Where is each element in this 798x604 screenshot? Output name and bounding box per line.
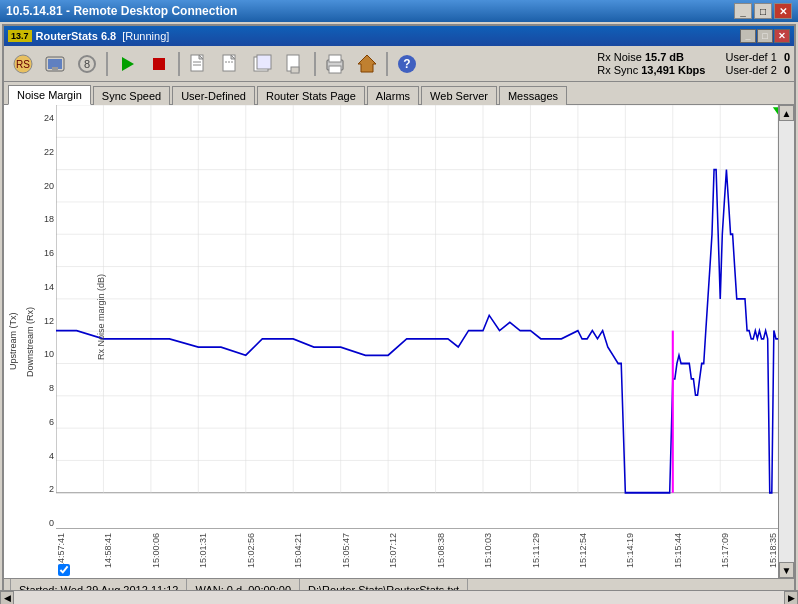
toolbar-print[interactable] xyxy=(320,50,350,78)
chart-scrollbar[interactable]: ▲ ▼ xyxy=(778,105,794,578)
y-axis-labels: Upstream (Tx) Downstream (Rx) 24 22 20 1… xyxy=(4,105,56,578)
inner-minimize-button[interactable]: _ xyxy=(740,29,756,43)
y-tick-22: 22 xyxy=(44,147,54,157)
y-tick-18: 18 xyxy=(44,214,54,224)
rx-noise-stat: Rx Noise 15.7 dB xyxy=(597,51,705,63)
toolbar-separator-1 xyxy=(106,52,108,76)
y-axis-main-label: Rx Noise margin (dB) xyxy=(96,273,106,359)
inner-title-status: [Running] xyxy=(122,30,169,42)
checkbox-area xyxy=(58,564,70,576)
y-tick-16: 16 xyxy=(44,248,54,258)
title-bar-buttons: _ □ ✕ xyxy=(734,3,792,19)
chart-svg xyxy=(56,105,778,528)
x-label-2: 15:00:06 xyxy=(151,533,161,568)
y-tick-8: 8 xyxy=(49,383,54,393)
x-axis: 14:57:41 14:58:41 15:00:06 15:01:31 15:0… xyxy=(56,528,778,578)
stop-button[interactable] xyxy=(144,50,174,78)
toolbar-file-4[interactable] xyxy=(280,50,310,78)
svg-rect-21 xyxy=(329,55,341,62)
inner-maximize-button[interactable]: □ xyxy=(757,29,773,43)
svg-rect-8 xyxy=(153,58,165,70)
toolbar-separator-2 xyxy=(178,52,180,76)
toolbar-icon-1[interactable]: RS xyxy=(8,50,38,78)
tab-bar: Noise Margin Sync Speed User-Defined Rou… xyxy=(4,82,794,105)
toolbar-separator-3 xyxy=(314,52,316,76)
tab-messages[interactable]: Messages xyxy=(499,86,567,105)
scroll-h-track xyxy=(14,591,784,605)
toolbar-help[interactable]: ? xyxy=(392,50,422,78)
x-label-14: 15:17:09 xyxy=(720,533,730,568)
x-label-8: 15:08:38 xyxy=(436,533,446,568)
y-tick-12: 12 xyxy=(44,316,54,326)
inner-title-buttons: _ □ ✕ xyxy=(740,29,790,43)
maximize-button[interactable]: □ xyxy=(754,3,772,19)
version-badge: 13.7 xyxy=(8,30,32,42)
stats-info: Rx Noise 15.7 dB Rx Sync 13,491 Kbps Use… xyxy=(597,51,790,76)
svg-rect-22 xyxy=(329,66,341,73)
tab-sync-speed[interactable]: Sync Speed xyxy=(93,86,170,105)
toolbar-home[interactable] xyxy=(352,50,382,78)
minimize-button[interactable]: _ xyxy=(734,3,752,19)
rx-sync-value: 13,491 Kbps xyxy=(641,64,705,76)
user-def-2-stat: User-def 2 0 xyxy=(725,64,790,76)
y-tick-14: 14 xyxy=(44,282,54,292)
x-label-10: 15:11:29 xyxy=(531,533,541,568)
user-def-1-stat: User-def 1 0 xyxy=(725,51,790,63)
chart-container: Upstream (Tx) Downstream (Rx) 24 22 20 1… xyxy=(4,105,794,578)
inner-title-app: RouterStats 6.8 xyxy=(36,30,117,42)
x-label-13: 15:15:44 xyxy=(673,533,683,568)
toolbar-file-2[interactable] xyxy=(216,50,246,78)
y-tick-6: 6 xyxy=(49,417,54,427)
play-button[interactable] xyxy=(112,50,142,78)
rx-noise-value: 15.7 dB xyxy=(645,51,684,63)
user-def-1-value: 0 xyxy=(784,51,790,63)
tab-noise-margin[interactable]: Noise Margin xyxy=(8,85,91,105)
tab-router-stats-page[interactable]: Router Stats Page xyxy=(257,86,365,105)
inner-title-bar: 13.7 RouterStats 6.8 [Running] _ □ ✕ xyxy=(4,26,794,46)
y-tick-0: 0 xyxy=(49,518,54,528)
scroll-up-button[interactable]: ▲ xyxy=(779,105,794,121)
tab-web-server[interactable]: Web Server xyxy=(421,86,497,105)
chart-inner: Rx Noise margin (dB) 14:57:41 14:58:41 1… xyxy=(56,105,778,578)
x-label-15: 15:18:35 xyxy=(768,533,778,568)
user-def-stats: User-def 1 0 User-def 2 0 xyxy=(725,51,790,76)
inner-close-button[interactable]: ✕ xyxy=(774,29,790,43)
toolbar-icon-2[interactable] xyxy=(40,50,70,78)
svg-text:RS: RS xyxy=(16,59,30,70)
svg-text:?: ? xyxy=(403,57,410,71)
x-label-9: 15:10:03 xyxy=(483,533,493,568)
chart-checkbox[interactable] xyxy=(58,564,70,576)
y-tick-2: 2 xyxy=(49,484,54,494)
scroll-track xyxy=(779,121,794,562)
main-window: 13.7 RouterStats 6.8 [Running] _ □ ✕ RS … xyxy=(2,24,796,602)
h-scrollbar[interactable]: ◀ ▶ xyxy=(0,590,798,604)
svg-rect-17 xyxy=(257,55,271,69)
scroll-left-button[interactable]: ◀ xyxy=(0,591,14,605)
chart-svg-area: Rx Noise margin (dB) xyxy=(56,105,778,528)
y-tick-20: 20 xyxy=(44,181,54,191)
x-labels: 14:57:41 14:58:41 15:00:06 15:01:31 15:0… xyxy=(56,533,778,568)
tab-alarms[interactable]: Alarms xyxy=(367,86,419,105)
title-bar-text: 10.5.14.81 - Remote Desktop Connection xyxy=(6,4,734,18)
toolbar-icon-3[interactable]: 8 xyxy=(72,50,102,78)
x-label-11: 15:12:54 xyxy=(578,533,588,568)
y-tick-4: 4 xyxy=(49,451,54,461)
scroll-right-button[interactable]: ▶ xyxy=(784,591,798,605)
rx-stats: Rx Noise 15.7 dB Rx Sync 13,491 Kbps xyxy=(597,51,705,76)
toolbar: RS 8 xyxy=(4,46,794,82)
svg-marker-7 xyxy=(122,57,134,71)
scroll-down-button[interactable]: ▼ xyxy=(779,562,794,578)
close-button[interactable]: ✕ xyxy=(774,3,792,19)
toolbar-file-3[interactable] xyxy=(248,50,278,78)
x-label-6: 15:05:47 xyxy=(341,533,351,568)
toolbar-file-1[interactable] xyxy=(184,50,214,78)
svg-text:8: 8 xyxy=(84,58,90,70)
x-label-5: 15:04:21 xyxy=(293,533,303,568)
x-label-7: 15:07:12 xyxy=(388,533,398,568)
y-label-upstream: Upstream (Tx) xyxy=(4,105,22,578)
x-label-1: 14:58:41 xyxy=(103,533,113,568)
tab-user-defined[interactable]: User-Defined xyxy=(172,86,255,105)
svg-rect-4 xyxy=(52,67,58,71)
user-def-2-value: 0 xyxy=(784,64,790,76)
x-label-0: 14:57:41 xyxy=(56,533,66,568)
